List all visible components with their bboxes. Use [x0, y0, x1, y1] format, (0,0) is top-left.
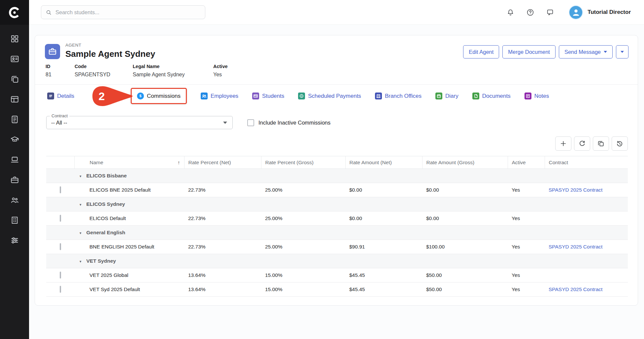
user-name: Tutorial Director: [588, 9, 631, 16]
column-header-active[interactable]: Active: [508, 156, 545, 169]
tab-employees[interactable]: Employees: [201, 93, 238, 99]
duplicate-icon: [597, 140, 605, 147]
table-row-vet-2025-global[interactable]: VET 2025 Global 13.64% 15.00% $45.45 $50…: [46, 268, 628, 282]
group-name: General English: [86, 230, 125, 235]
student-search[interactable]: [41, 5, 205, 19]
briefcase-icon: [48, 47, 57, 56]
column-header-name[interactable]: Name↑: [74, 156, 184, 169]
more-actions-button[interactable]: [616, 45, 628, 58]
cell-rate-amount-net: $0.00: [345, 183, 422, 197]
sidebar-item-sliders[interactable]: [0, 230, 29, 250]
collapse-caret-icon[interactable]: ▾: [80, 259, 82, 264]
tab-diary[interactable]: Diary: [435, 93, 458, 99]
table-row-elicos-bne-2025-default[interactable]: ELICOS BNE 2025 Default 22.73% 25.00% $0…: [46, 183, 628, 197]
send-message-button[interactable]: Send Message: [559, 45, 613, 58]
tab-scheduled-payments[interactable]: Scheduled Payments: [298, 93, 361, 99]
send-message-label: Send Message: [564, 49, 601, 55]
collapse-caret-icon[interactable]: ▾: [80, 231, 82, 235]
include-inactive-toggle[interactable]: Include Inactive Commissions: [247, 119, 330, 126]
tab-details[interactable]: Details: [47, 93, 74, 99]
user-menu[interactable]: Tutorial Director: [569, 5, 644, 19]
tab-commissions[interactable]: $ Commissions: [131, 88, 187, 104]
include-inactive-label: Include Inactive Commissions: [258, 120, 330, 126]
column-header-rate-amount-net[interactable]: Rate Amount (Net): [345, 156, 422, 169]
column-header-rate-percent-net[interactable]: Rate Percent (Net): [184, 156, 261, 169]
refresh-button[interactable]: [574, 136, 590, 151]
cell-select: [46, 240, 74, 254]
app-logo[interactable]: [0, 0, 29, 25]
sidebar-item-laptop[interactable]: [0, 150, 29, 170]
row-checkbox[interactable]: [60, 272, 61, 279]
table-row-elicos-default[interactable]: ELICOS Default 22.73% 25.00% $0.00 $0.00…: [46, 211, 628, 226]
row-checkbox[interactable]: [60, 215, 61, 222]
contract-link[interactable]: SPASYD 2025 Contract: [549, 187, 602, 193]
sliders-icon: [10, 236, 19, 245]
edit-agent-button[interactable]: Edit Agent: [463, 45, 499, 58]
page-title: Sample Agent Sydney: [65, 49, 155, 59]
column-header-contract[interactable]: Contract: [545, 156, 628, 169]
sidebar-item-copy-pages[interactable]: [0, 69, 29, 89]
search-input[interactable]: [55, 9, 201, 16]
documents-icon: [472, 93, 479, 99]
sidebar-item-contact-card[interactable]: [0, 49, 29, 69]
sidebar: [0, 0, 29, 339]
history-button[interactable]: [612, 136, 628, 151]
info-field-legal-name: Legal Name Sample Agent Sydney: [133, 64, 213, 78]
help-button[interactable]: [526, 8, 534, 17]
include-inactive-checkbox[interactable]: [247, 119, 254, 126]
group-row-general-english[interactable]: ▾General English: [46, 226, 628, 240]
tab-label: Students: [262, 93, 284, 99]
contract-link[interactable]: SPASYD 2025 Contract: [549, 244, 602, 249]
group-row-elicos-bisbane[interactable]: ▾ELICOS Bisbane: [46, 169, 628, 183]
briefcase-icon: [10, 175, 19, 184]
column-header-rate-percent-gross[interactable]: Rate Percent (Gross): [261, 156, 345, 169]
sidebar-item-briefcase[interactable]: [0, 170, 29, 190]
avatar: [569, 5, 583, 19]
column-header-rate-amount-gross[interactable]: Rate Amount (Gross): [422, 156, 508, 169]
tab-documents[interactable]: Documents: [472, 93, 511, 99]
chevron-down-icon: [223, 122, 227, 124]
commissions-table: Name↑Rate Percent (Net)Rate Percent (Gro…: [46, 156, 628, 297]
cell-rate-amount-gross: $50.00: [422, 282, 508, 297]
sidebar-item-dashboard[interactable]: [0, 29, 29, 49]
sidebar-item-people[interactable]: [0, 190, 29, 210]
tab-label: Scheduled Payments: [308, 93, 361, 99]
cell-select: [46, 268, 74, 282]
row-checkbox[interactable]: [60, 286, 61, 293]
group-row-elicos-sydney[interactable]: ▾ELICOS Sydney: [46, 197, 628, 211]
row-checkbox[interactable]: [60, 186, 61, 193]
merge-document-button[interactable]: Merge Document: [502, 45, 556, 58]
collapse-caret-icon[interactable]: ▾: [80, 203, 82, 207]
add-button[interactable]: [555, 136, 571, 151]
table-row-vet-syd-2025-default[interactable]: VET Syd 2025 Default 13.64% 15.00% $45.4…: [46, 282, 628, 297]
sidebar-item-building[interactable]: [0, 210, 29, 230]
table-header: Name↑Rate Percent (Net)Rate Percent (Gro…: [46, 156, 628, 169]
tab-students[interactable]: Students: [252, 93, 284, 99]
table-row-bne-english-2025-default[interactable]: BNE ENGLISH 2025 Default 22.73% 25.00% $…: [46, 240, 628, 254]
main-content: AGENT Sample Agent Sydney Edit AgentMerg…: [29, 0, 644, 306]
contract-link[interactable]: SPASYD 2025 Contract: [549, 286, 602, 292]
duplicate-button[interactable]: [593, 136, 609, 151]
cell-active: Yes: [508, 211, 545, 226]
notifications-button[interactable]: [506, 8, 515, 17]
collapse-caret-icon[interactable]: ▾: [80, 174, 82, 178]
cell-name: VET Syd 2025 Default: [74, 282, 184, 297]
tab-notes[interactable]: Notes: [525, 93, 549, 99]
row-checkbox[interactable]: [60, 243, 61, 250]
agent-header-section: AGENT Sample Agent Sydney Edit AgentMerg…: [35, 35, 638, 85]
info-value: SPAGENTSYD: [75, 72, 127, 78]
sidebar-item-invoice[interactable]: [0, 109, 29, 130]
commissions-panel: Contract -- All -- Include Inactive Comm…: [35, 107, 638, 305]
chat-button[interactable]: [546, 8, 554, 17]
employees-icon: [201, 93, 208, 99]
sidebar-item-window-table[interactable]: [0, 89, 29, 109]
graduation-cap-icon: [10, 135, 19, 144]
group-name: ELICOS Bisbane: [86, 173, 127, 178]
cell-name: ELICOS BNE 2025 Default: [74, 183, 184, 197]
tab-branch-offices[interactable]: Branch Offices: [375, 93, 422, 99]
contract-select[interactable]: Contract -- All --: [46, 116, 233, 129]
group-row-vet-sydney[interactable]: ▾VET Sydney: [46, 254, 628, 268]
sidebar-item-graduation-cap[interactable]: [0, 130, 29, 150]
select-column-header: [46, 156, 74, 169]
bell-icon: [506, 8, 515, 17]
